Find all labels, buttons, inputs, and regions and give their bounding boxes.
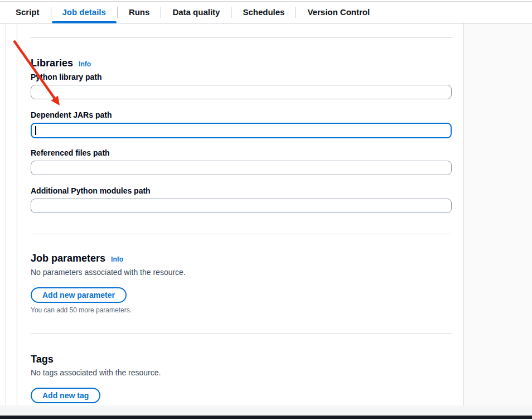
panel-right-border [463, 23, 463, 405]
tab-runs[interactable]: Runs [118, 2, 161, 23]
job-parameters-empty-text: No parameters associated with the resour… [31, 268, 186, 277]
panel-left-border [17, 23, 17, 405]
window-bottom-bar [0, 416, 532, 419]
python-library-path-label: Python library path [31, 73, 102, 82]
add-new-tag-button[interactable]: Add new tag [31, 388, 100, 403]
tags-section-header: Tags [31, 353, 54, 365]
additional-python-modules-path-input[interactable] [31, 199, 452, 213]
referenced-files-path-input[interactable] [31, 161, 452, 175]
libraries-title: Libraries [31, 57, 73, 69]
tab-data-quality[interactable]: Data quality [161, 2, 231, 23]
text-cursor [35, 126, 36, 135]
left-gutter-line [5, 23, 6, 405]
referenced-files-path-label: Referenced files path [31, 148, 110, 158]
dependent-jars-path-input[interactable] [31, 123, 452, 138]
tab-job-details[interactable]: Job details [51, 2, 117, 23]
job-parameters-info-link[interactable]: Info [111, 255, 123, 263]
python-library-path-input[interactable] [31, 85, 452, 99]
job-details-page: Script Job details Runs Data quality Sch… [0, 0, 532, 420]
section-divider [31, 333, 452, 334]
section-divider [31, 234, 452, 234]
dependent-jars-path-label: Dependent JARs path [31, 110, 112, 120]
right-gutter [463, 23, 532, 405]
tab-schedules[interactable]: Schedules [231, 2, 296, 23]
bottom-strip [0, 405, 532, 416]
job-parameters-section-header: Job parameters Info [31, 252, 123, 264]
tab-bar: Script Job details Runs Data quality Sch… [0, 2, 532, 23]
job-parameters-title: Job parameters [31, 252, 105, 264]
tags-title: Tags [31, 353, 54, 365]
libraries-section-header: Libraries Info [31, 57, 91, 69]
tab-script[interactable]: Script [16, 2, 51, 23]
section-divider [31, 37, 452, 38]
tab-version-control[interactable]: Version Control [296, 2, 381, 23]
additional-python-modules-path-label: Additional Python modules path [31, 186, 151, 196]
libraries-info-link[interactable]: Info [79, 60, 91, 68]
tags-empty-text: No tags associated with the resource. [31, 368, 161, 378]
job-parameters-hint-text: You can add 50 more parameters. [31, 306, 132, 315]
add-new-parameter-button[interactable]: Add new parameter [31, 287, 127, 303]
